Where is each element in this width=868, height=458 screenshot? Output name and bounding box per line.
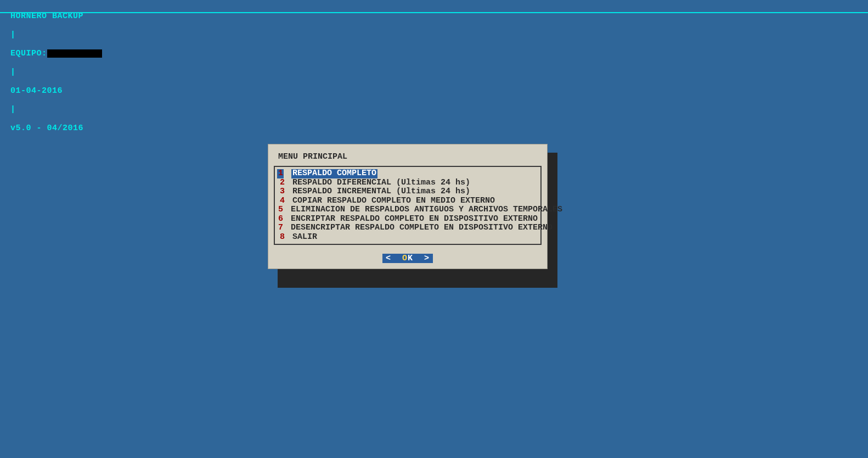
- menu-item-6[interactable]: 6ENCRIPTAR RESPALDO COMPLETO EN DISPOSIT…: [278, 215, 537, 224]
- menu-item-1[interactable]: 1RESPALDO COMPLETO: [278, 169, 537, 178]
- menu-item-number: 4: [278, 197, 285, 206]
- main-menu-dialog: MENU PRINCIPAL 1RESPALDO COMPLETO2RESPAL…: [268, 144, 548, 269]
- menu-item-label: SALIR: [292, 233, 317, 242]
- menu-item-number: 7: [278, 224, 283, 233]
- equipo-value: [47, 49, 102, 58]
- menu-item-label: RESPALDO COMPLETO: [291, 169, 377, 178]
- menu-item-number: 3: [278, 187, 285, 197]
- menu-item-8[interactable]: 8SALIR: [278, 233, 537, 242]
- menu-item-3[interactable]: 3RESPALDO INCREMENTAL (Ultimas 24 hs): [278, 187, 537, 197]
- equipo-label: EQUIPO:: [10, 49, 47, 58]
- menu-item-number: 6: [278, 215, 283, 224]
- menu-item-5[interactable]: 5ELIMINACION DE RESPALDOS ANTIGUOS Y ARC…: [278, 205, 537, 215]
- menu-item-label: RESPALDO DIFERENCIAL (Ultimas 24 hs): [292, 178, 470, 188]
- menu-item-label: ELIMINACION DE RESPALDOS ANTIGUOS Y ARCH…: [291, 205, 562, 215]
- ok-button[interactable]: < OK >: [382, 254, 433, 263]
- horizontal-rule: [0, 12, 868, 13]
- menu-item-number: 8: [278, 233, 285, 242]
- top-status-bar: HORNERO BACKUP | EQUIPO: | 01-04-2016 | …: [0, 2, 868, 133]
- ok-hotkey: O: [402, 254, 408, 263]
- menu-item-label: DESENCRIPTAR RESPALDO COMPLETO EN DISPOS…: [291, 224, 553, 233]
- menu-item-number: 1: [277, 169, 284, 178]
- version-label: v5.0 - 04/2016: [10, 124, 83, 133]
- button-row: < OK >: [274, 254, 542, 263]
- menu-item-number: 2: [278, 178, 285, 188]
- menu-item-label: ENCRIPTAR RESPALDO COMPLETO EN DISPOSITI…: [291, 215, 538, 224]
- separator-icon: |: [10, 30, 16, 40]
- date-label: 01-04-2016: [10, 86, 63, 96]
- separator-icon: |: [10, 105, 16, 114]
- dialog-title: MENU PRINCIPAL: [278, 152, 542, 161]
- menu-item-label: COPIAR RESPALDO COMPLETO EN MEDIO EXTERN…: [292, 197, 495, 206]
- menu-listbox[interactable]: 1RESPALDO COMPLETO2RESPALDO DIFERENCIAL …: [274, 166, 542, 245]
- menu-item-number: 5: [278, 205, 283, 215]
- separator-icon: |: [10, 68, 16, 77]
- menu-item-label: RESPALDO INCREMENTAL (Ultimas 24 hs): [292, 187, 470, 197]
- menu-item-7[interactable]: 7DESENCRIPTAR RESPALDO COMPLETO EN DISPO…: [278, 224, 537, 233]
- menu-item-2[interactable]: 2RESPALDO DIFERENCIAL (Ultimas 24 hs): [278, 178, 537, 188]
- menu-item-4[interactable]: 4COPIAR RESPALDO COMPLETO EN MEDIO EXTER…: [278, 197, 537, 206]
